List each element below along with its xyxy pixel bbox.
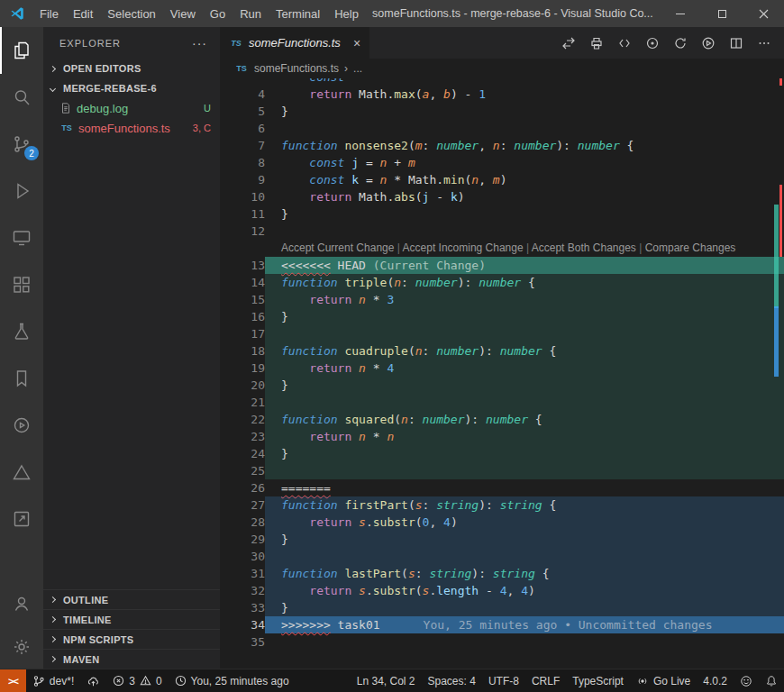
more-actions-icon[interactable] bbox=[757, 36, 771, 50]
line-content[interactable] bbox=[265, 325, 784, 342]
timeline-section[interactable]: TIMELINE bbox=[43, 609, 220, 629]
line-content[interactable]: } bbox=[265, 205, 784, 223]
close-button[interactable] bbox=[743, 0, 784, 27]
restart-icon[interactable] bbox=[673, 36, 688, 50]
line-content[interactable]: return s.substr(0, 4) bbox=[265, 514, 784, 531]
extensions-icon[interactable] bbox=[0, 261, 43, 308]
publish-changes[interactable] bbox=[80, 669, 106, 692]
line-content[interactable]: function squared(n: number): number { bbox=[265, 411, 784, 428]
source-control-icon[interactable]: 2 bbox=[0, 121, 43, 168]
open-editors-section[interactable]: OPEN EDITORS bbox=[43, 59, 220, 78]
bookmarks-icon[interactable] bbox=[0, 355, 43, 402]
codelens-action[interactable]: Accept Incoming Change bbox=[403, 241, 524, 254]
line-content[interactable]: <<<<<<< HEAD (Current Change) bbox=[265, 257, 784, 274]
notifications-button[interactable] bbox=[759, 669, 784, 692]
menu-edit[interactable]: Edit bbox=[66, 0, 100, 27]
go-live-button[interactable]: Go Live bbox=[630, 669, 697, 692]
search-icon[interactable] bbox=[0, 74, 43, 121]
menu-run[interactable]: Run bbox=[232, 0, 269, 27]
explorer-more-actions-icon[interactable]: ··· bbox=[192, 36, 207, 50]
line-content[interactable]: } bbox=[265, 531, 784, 548]
split-editor-icon[interactable] bbox=[729, 36, 743, 50]
line-number: 20 bbox=[220, 377, 265, 394]
navigate-chevrons-icon[interactable] bbox=[617, 36, 632, 50]
line-content[interactable] bbox=[265, 223, 784, 240]
line-content[interactable]: return Math.max(a, b) - 1 bbox=[265, 86, 784, 103]
line-content[interactable]: } bbox=[265, 377, 784, 394]
line-content[interactable]: return s.substr(s.length - 4, 4) bbox=[265, 582, 784, 599]
line-content[interactable]: return n * n bbox=[265, 428, 784, 445]
maximize-button[interactable] bbox=[701, 0, 743, 27]
line-content[interactable]: function triple(n: number): number { bbox=[265, 274, 784, 291]
line-content[interactable]: } bbox=[265, 599, 784, 616]
line-content[interactable]: return Math.abs(j - k) bbox=[265, 188, 784, 205]
line-content[interactable]: } bbox=[265, 308, 784, 325]
line-content[interactable]: const j = n + m bbox=[265, 154, 784, 171]
language-mode[interactable]: TypeScript bbox=[566, 669, 630, 692]
line-content[interactable]: function nonsense2(m: number, n: number)… bbox=[265, 137, 784, 154]
remote-explorer-icon[interactable] bbox=[0, 214, 43, 261]
run-file-icon[interactable] bbox=[701, 36, 716, 50]
code-editor[interactable]: const 4 return Math.max(a, b) - 15}67fun… bbox=[220, 78, 784, 669]
testing-beaker-icon[interactable] bbox=[0, 308, 43, 355]
blame-status[interactable]: You, 25 minutes ago bbox=[169, 669, 296, 692]
external-tools-icon[interactable] bbox=[0, 496, 43, 542]
accounts-icon[interactable] bbox=[0, 582, 43, 625]
menu-go[interactable]: Go bbox=[203, 0, 232, 27]
workspace-folder-section[interactable]: MERGE-REBASE-6 bbox=[43, 78, 220, 98]
eol-status[interactable]: CRLF bbox=[525, 669, 566, 692]
line-content[interactable]: } bbox=[265, 445, 784, 462]
codelens-separator: | bbox=[636, 241, 645, 254]
feedback-button[interactable] bbox=[734, 669, 759, 692]
explorer-icon[interactable] bbox=[0, 27, 43, 74]
line-content[interactable]: } bbox=[265, 103, 784, 120]
maven-section[interactable]: MAVEN bbox=[43, 649, 220, 669]
line-content[interactable] bbox=[265, 548, 784, 565]
codelens-action[interactable]: Compare Changes bbox=[645, 241, 736, 254]
java-version-status[interactable]: 4.0.2 bbox=[697, 669, 734, 692]
line-content[interactable]: >>>>>>> task01You, 25 minutes ago • Unco… bbox=[265, 616, 784, 633]
line-number: 30 bbox=[220, 548, 265, 565]
codelens-action[interactable]: Accept Both Changes bbox=[532, 241, 636, 254]
breadcrumb[interactable]: TS someFunctions.ts › ... bbox=[220, 59, 784, 78]
tab-somefunctions[interactable]: TS someFunctions.ts × bbox=[220, 27, 369, 59]
menu-help[interactable]: Help bbox=[327, 0, 366, 27]
menu-view[interactable]: View bbox=[163, 0, 203, 27]
record-circle-icon[interactable] bbox=[645, 36, 660, 50]
file-item-somefunctions[interactable]: TS someFunctions.ts 3, C bbox=[43, 118, 220, 138]
file-item-debug-log[interactable]: debug.log U bbox=[43, 98, 220, 118]
menu-terminal[interactable]: Terminal bbox=[269, 0, 327, 27]
line-content[interactable] bbox=[265, 394, 784, 411]
line-content[interactable]: function cuadruple(n: number): number { bbox=[265, 342, 784, 360]
open-changes-icon[interactable] bbox=[561, 36, 576, 50]
line-content[interactable] bbox=[265, 462, 784, 479]
breadcrumb-more[interactable]: ... bbox=[353, 62, 362, 75]
menu-selection[interactable]: Selection bbox=[100, 0, 162, 27]
settings-gear-icon[interactable] bbox=[0, 625, 43, 669]
tab-close-icon[interactable]: × bbox=[353, 36, 360, 50]
encoding-status[interactable]: UTF-8 bbox=[482, 669, 525, 692]
codelens-action[interactable]: Accept Current Change bbox=[281, 241, 394, 254]
line-content[interactable]: function lastPart(s: string): string { bbox=[265, 565, 784, 582]
line-content[interactable]: return n * 3 bbox=[265, 291, 784, 308]
menu-file[interactable]: File bbox=[32, 0, 66, 27]
branch-status[interactable]: dev*! bbox=[26, 669, 80, 692]
line-content[interactable]: const k = n * Math.min(n, m) bbox=[265, 171, 784, 188]
line-content[interactable]: function firstPart(s: string): string { bbox=[265, 496, 784, 514]
remote-indicator[interactable]: >< bbox=[0, 669, 26, 692]
run-circle-icon[interactable] bbox=[0, 402, 43, 449]
indentation-status[interactable]: Spaces: 4 bbox=[422, 669, 482, 692]
line-content[interactable]: return n * 4 bbox=[265, 360, 784, 377]
minimize-button[interactable] bbox=[660, 0, 701, 27]
print-icon[interactable] bbox=[589, 36, 604, 50]
line-content[interactable] bbox=[265, 633, 784, 651]
triangle-tool-icon[interactable] bbox=[0, 449, 43, 496]
cursor-position[interactable]: Ln 34, Col 2 bbox=[351, 669, 422, 692]
line-number: 7 bbox=[220, 137, 265, 154]
problems-status[interactable]: 3 0 bbox=[106, 669, 168, 692]
run-debug-icon[interactable] bbox=[0, 168, 43, 214]
line-content[interactable]: ======= bbox=[265, 479, 784, 496]
line-content[interactable] bbox=[265, 120, 784, 137]
npm-scripts-section[interactable]: NPM SCRIPTS bbox=[43, 629, 220, 649]
outline-section[interactable]: OUTLINE bbox=[43, 589, 220, 609]
